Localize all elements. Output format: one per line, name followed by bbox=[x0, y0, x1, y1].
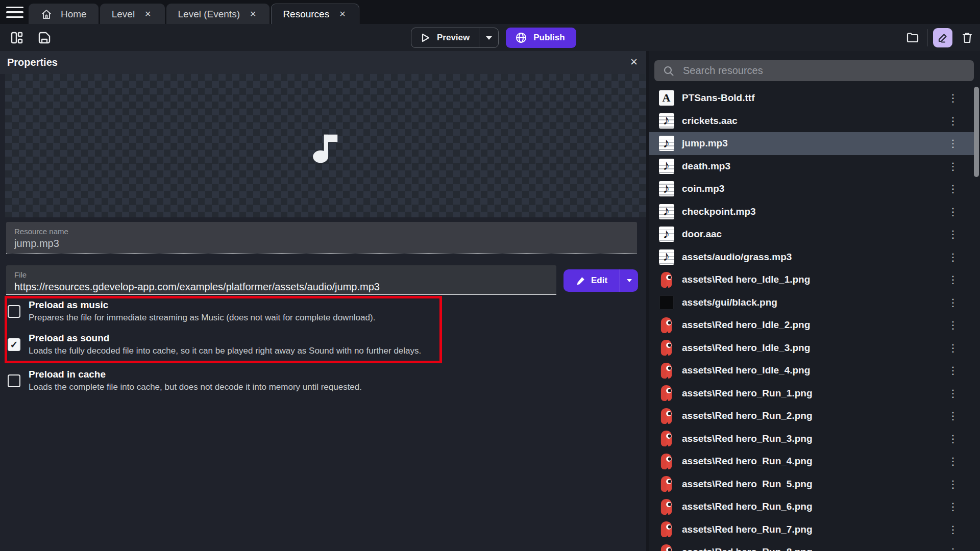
resource-name: assets\Red hero_Run_1.png bbox=[682, 388, 813, 399]
sprite-image-icon bbox=[659, 498, 673, 515]
resource-name: assets\Red hero_Run_6.png bbox=[682, 501, 813, 512]
kebab-menu-icon[interactable] bbox=[946, 93, 961, 103]
folder-icon bbox=[905, 31, 920, 45]
resource-row[interactable]: assets\Red hero_Run_6.png bbox=[649, 495, 974, 518]
resource-name: coin.mp3 bbox=[682, 183, 724, 194]
resource-row[interactable]: assets\Red hero_Run_5.png bbox=[649, 473, 974, 496]
tab-strip: Home Level Level (Events) Resources bbox=[29, 4, 359, 24]
checkbox[interactable] bbox=[8, 338, 20, 351]
top-tab-bar: Home Level Level (Events) Resources bbox=[0, 0, 980, 24]
save-button[interactable] bbox=[35, 28, 54, 47]
audio-file-icon bbox=[659, 227, 674, 242]
resource-row[interactable]: assets\Red hero_Run_7.png bbox=[649, 518, 974, 541]
resource-row[interactable]: assets\Red hero_Idle_4.png bbox=[649, 359, 974, 382]
kebab-menu-icon[interactable] bbox=[946, 138, 961, 148]
tab-close-icon[interactable] bbox=[337, 8, 347, 20]
kebab-menu-icon[interactable] bbox=[946, 252, 961, 262]
resource-name: assets\Red hero_Run_3.png bbox=[682, 433, 813, 444]
resource-row[interactable]: crickets.aac bbox=[649, 110, 974, 133]
sprite-image-icon bbox=[659, 317, 673, 334]
resource-row[interactable]: assets\Red hero_Idle_1.png bbox=[649, 268, 974, 291]
resource-thumbnail bbox=[658, 227, 674, 242]
checkbox[interactable] bbox=[8, 374, 20, 387]
resource-row[interactable]: assets\Red hero_Run_8.png bbox=[649, 541, 974, 551]
kebab-menu-icon[interactable] bbox=[946, 274, 961, 285]
search-bar[interactable] bbox=[654, 60, 974, 81]
sprite-image-icon bbox=[659, 453, 673, 470]
resource-row[interactable]: PTSans-Bold.ttf bbox=[649, 87, 974, 110]
search-icon bbox=[663, 65, 675, 77]
sprite-image-icon bbox=[659, 408, 673, 424]
kebab-menu-icon[interactable] bbox=[946, 456, 961, 466]
kebab-menu-icon[interactable] bbox=[946, 184, 961, 194]
resource-row[interactable]: assets\Red hero_Idle_3.png bbox=[649, 337, 974, 360]
resource-row[interactable]: assets\Red hero_Run_2.png bbox=[649, 405, 974, 428]
resource-row[interactable]: assets\Red hero_Idle_2.png bbox=[649, 314, 974, 337]
kebab-menu-icon[interactable] bbox=[946, 161, 961, 171]
tab-level-events-[interactable]: Level (Events) bbox=[166, 4, 270, 24]
kebab-menu-icon[interactable] bbox=[946, 479, 961, 489]
open-folder-button[interactable] bbox=[903, 28, 922, 47]
resource-thumbnail bbox=[658, 136, 674, 152]
kebab-menu-icon[interactable] bbox=[946, 343, 961, 353]
resource-row[interactable]: death.mp3 bbox=[649, 155, 974, 178]
edit-mode-button[interactable] bbox=[933, 28, 952, 47]
preview-dropdown-button[interactable] bbox=[479, 28, 498, 47]
kebab-menu-icon[interactable] bbox=[946, 524, 961, 535]
resource-row[interactable]: assets\Red hero_Run_4.png bbox=[649, 450, 974, 473]
resource-name: door.aac bbox=[682, 229, 722, 240]
resource-thumbnail bbox=[658, 181, 674, 197]
font-file-icon bbox=[659, 90, 674, 106]
resource-row[interactable]: door.aac bbox=[649, 223, 974, 246]
properties-panel: Properties Resource name jump.mp3 File h… bbox=[0, 51, 646, 551]
tab-home[interactable]: Home bbox=[29, 4, 99, 24]
delete-button[interactable] bbox=[958, 28, 977, 47]
resource-name: assets\Red hero_Idle_3.png bbox=[682, 342, 810, 354]
tab-close-icon[interactable] bbox=[248, 8, 258, 20]
resource-row[interactable]: checkpoint.mp3 bbox=[649, 201, 974, 223]
kebab-menu-icon[interactable] bbox=[946, 365, 961, 375]
resource-row[interactable]: jump.mp3 bbox=[649, 132, 974, 155]
audio-file-icon bbox=[659, 249, 674, 265]
resource-name: assets\Red hero_Idle_4.png bbox=[682, 365, 810, 376]
resource-name: checkpoint.mp3 bbox=[682, 206, 756, 217]
resource-thumbnail bbox=[658, 544, 674, 551]
kebab-menu-icon[interactable] bbox=[946, 207, 961, 217]
resource-row[interactable]: assets\Red hero_Run_3.png bbox=[649, 428, 974, 450]
resource-name: jump.mp3 bbox=[682, 138, 728, 149]
sprite-image-icon bbox=[659, 271, 673, 288]
scrollbar-thumb[interactable] bbox=[974, 87, 979, 177]
kebab-menu-icon[interactable] bbox=[946, 547, 961, 551]
preview-button[interactable]: Preview bbox=[411, 28, 499, 48]
kebab-menu-icon[interactable] bbox=[946, 388, 961, 398]
resource-name: assets\Red hero_Run_7.png bbox=[682, 524, 813, 535]
tab-resources[interactable]: Resources bbox=[271, 4, 359, 24]
hamburger-menu-icon[interactable] bbox=[6, 6, 23, 19]
publish-button[interactable]: Publish bbox=[506, 28, 576, 48]
preload-option-description: Loads the fully decoded file into cache,… bbox=[29, 346, 421, 356]
resource-row[interactable]: assets/gui/black.png bbox=[649, 291, 974, 314]
resource-thumbnail bbox=[658, 431, 674, 446]
layout-panels-button[interactable] bbox=[7, 28, 27, 47]
resource-row[interactable]: assets\Red hero_Run_1.png bbox=[649, 382, 974, 405]
kebab-menu-icon[interactable] bbox=[946, 320, 961, 330]
resource-thumbnail bbox=[658, 113, 674, 129]
globe-icon bbox=[515, 32, 527, 44]
resource-name: assets/audio/grass.mp3 bbox=[682, 252, 792, 263]
kebab-menu-icon[interactable] bbox=[946, 229, 961, 239]
resource-thumbnail bbox=[658, 294, 674, 310]
tab-level[interactable]: Level bbox=[100, 4, 165, 24]
resource-row[interactable]: assets/audio/grass.mp3 bbox=[649, 246, 974, 269]
resource-row[interactable]: coin.mp3 bbox=[649, 178, 974, 201]
kebab-menu-icon[interactable] bbox=[946, 116, 961, 126]
kebab-menu-icon[interactable] bbox=[946, 434, 961, 444]
resource-name: death.mp3 bbox=[682, 161, 730, 172]
sprite-image-icon bbox=[659, 385, 673, 402]
tab-close-icon[interactable] bbox=[143, 8, 153, 20]
sprite-image-icon bbox=[659, 362, 673, 379]
checkbox[interactable] bbox=[8, 305, 20, 318]
kebab-menu-icon[interactable] bbox=[946, 297, 961, 308]
kebab-menu-icon[interactable] bbox=[946, 411, 961, 421]
kebab-menu-icon[interactable] bbox=[946, 502, 961, 512]
search-input[interactable] bbox=[683, 65, 966, 77]
